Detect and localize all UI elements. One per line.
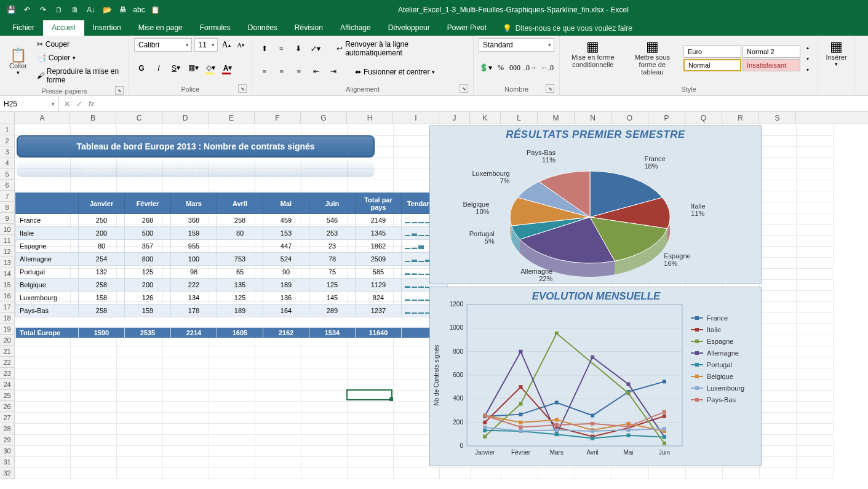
font-name-combo[interactable]: Calibri <box>134 38 192 52</box>
row-header[interactable]: 12 <box>0 246 14 257</box>
tell-me[interactable]: 💡Dites-nous ce que vous voulez faire <box>495 21 640 36</box>
format-as-table-button[interactable]: ▦Mettre sous forme de tableau <box>624 38 681 79</box>
col-header[interactable]: C <box>116 112 162 124</box>
preview-icon[interactable]: 🗎 <box>68 2 82 17</box>
bold-button[interactable]: G <box>134 62 149 75</box>
style-normal[interactable]: Normal <box>683 59 741 71</box>
row-header[interactable]: 25 <box>0 390 14 401</box>
underline-button[interactable]: S▾ <box>169 62 183 75</box>
number-dialog-launcher[interactable]: ⬊ <box>546 84 554 93</box>
cut-button[interactable]: ✂Couper <box>34 38 124 50</box>
row-header[interactable]: 30 <box>0 445 14 456</box>
row-header[interactable]: 31 <box>0 456 14 467</box>
save-icon[interactable]: 💾 <box>4 2 18 17</box>
decrease-decimal-icon[interactable]: ←.0 <box>540 62 554 75</box>
row-header[interactable]: 21 <box>0 346 14 357</box>
col-header[interactable]: G <box>301 112 347 124</box>
col-header[interactable]: S <box>759 112 796 124</box>
row-header[interactable]: 26 <box>0 401 14 412</box>
spell-icon[interactable]: abc <box>132 2 146 17</box>
align-top-icon[interactable]: ⬆ <box>257 42 272 55</box>
tab-formules[interactable]: Formules <box>191 20 239 36</box>
format-painter-button[interactable]: 🖌Reproduire la mise en forme <box>34 65 124 86</box>
col-header[interactable]: B <box>70 112 116 124</box>
row-header[interactable]: 22 <box>0 357 14 368</box>
row-header[interactable]: 3 <box>0 146 14 157</box>
tab-accueil[interactable]: Accueil <box>43 20 84 36</box>
merge-center-button[interactable]: ⬌Fusionner et centrer▾ <box>352 66 438 78</box>
col-header[interactable]: K <box>470 112 501 124</box>
font-color-button[interactable]: A▾ <box>220 62 235 75</box>
col-header[interactable]: A <box>15 112 70 124</box>
font-size-combo[interactable]: 11 <box>194 38 218 52</box>
tab-affichage[interactable]: Affichage <box>332 20 380 36</box>
fill-color-button[interactable]: ◇▾ <box>203 62 218 75</box>
row-header[interactable]: 29 <box>0 434 14 445</box>
increase-indent-icon[interactable]: ⇥ <box>326 65 341 79</box>
align-center-icon[interactable]: ≡ <box>274 65 289 79</box>
print-icon[interactable]: 🖶 <box>116 2 130 17</box>
sort-asc-icon[interactable]: A↓ <box>84 2 98 17</box>
formula-input[interactable] <box>100 100 863 108</box>
row-header[interactable]: 2 <box>0 135 14 146</box>
row-header[interactable]: 5 <box>0 169 14 180</box>
select-all-corner[interactable] <box>0 112 15 124</box>
row-header[interactable]: 19 <box>0 324 14 335</box>
col-header[interactable]: P <box>648 112 685 124</box>
row-header[interactable]: 14 <box>0 268 14 279</box>
row-header[interactable]: 6 <box>0 180 14 191</box>
row-header[interactable]: 1 <box>0 124 14 135</box>
style-normal2[interactable]: Normal 2 <box>743 46 800 58</box>
row-header[interactable]: 17 <box>0 301 14 312</box>
conditional-format-button[interactable]: ▦Mise en forme conditionnelle <box>565 38 621 79</box>
undo-icon[interactable]: ↶ <box>20 2 34 17</box>
col-header[interactable]: H <box>347 112 393 124</box>
col-header[interactable]: F <box>255 112 301 124</box>
line-chart[interactable]: EVOLUTION MENSUELLENb de Contrats signés… <box>429 287 762 466</box>
row-header[interactable]: 28 <box>0 423 14 434</box>
align-right-icon[interactable]: ≡ <box>292 65 306 79</box>
col-header[interactable]: O <box>611 112 648 124</box>
font-dialog-launcher[interactable]: ⬊ <box>238 84 247 93</box>
wrap-text-button[interactable]: ↩Renvoyer à la ligne automatiquement <box>333 38 468 59</box>
name-box[interactable]: H25 <box>0 96 59 111</box>
tab-mise-en-page[interactable]: Mise en page <box>130 20 191 36</box>
row-header[interactable]: 4 <box>0 157 14 169</box>
row-header[interactable]: 13 <box>0 257 14 268</box>
col-header[interactable]: J <box>439 112 470 124</box>
tab-powerpivot[interactable]: Power Pivot <box>439 20 495 36</box>
col-header[interactable]: R <box>722 112 759 124</box>
tab-fichier[interactable]: Fichier <box>4 20 43 36</box>
style-euro[interactable]: Euro <box>683 46 741 58</box>
number-format-combo[interactable]: Standard <box>479 38 554 52</box>
row-header[interactable]: 16 <box>0 290 14 301</box>
cancel-formula-icon[interactable]: ✕ <box>64 100 70 108</box>
row-header[interactable]: 23 <box>0 368 14 379</box>
data-table[interactable]: JanvierFévrierMarsAvrilMaiJuinTotal par … <box>15 193 448 338</box>
row-header[interactable]: 11 <box>0 235 14 246</box>
style-scroll-down[interactable]: ▾ <box>803 54 813 63</box>
pie-chart[interactable]: RÉSULTATS PREMIER SEMESTRE France18%Ital… <box>429 125 762 284</box>
style-scroll-up[interactable]: ▴ <box>803 42 813 52</box>
decrease-indent-icon[interactable]: ⇤ <box>309 65 324 79</box>
thousands-icon[interactable]: 000 <box>509 62 521 75</box>
percent-icon[interactable]: % <box>495 62 506 75</box>
row-header[interactable]: 10 <box>0 224 14 235</box>
paste-button[interactable]: 📋Coller▾ <box>5 47 31 78</box>
col-header[interactable]: E <box>209 112 255 124</box>
worksheet-grid[interactable]: ABCDEFGHIJKLMNOPQRS 12345678910111213141… <box>0 112 868 489</box>
tab-developpeur[interactable]: Développeur <box>380 20 439 36</box>
copy-icon[interactable]: 📋 <box>148 2 162 17</box>
enter-formula-icon[interactable]: ✓ <box>76 100 82 108</box>
col-header[interactable]: Q <box>685 112 722 124</box>
clipboard-dialog-launcher[interactable]: ⬊ <box>115 86 124 95</box>
row-header[interactable]: 7 <box>0 191 14 202</box>
tab-donnees[interactable]: Données <box>239 20 286 36</box>
copy-button[interactable]: 📑Copier▾ <box>34 52 124 64</box>
insert-cells-button[interactable]: ▦Insérer▾ <box>823 38 850 69</box>
tab-insertion[interactable]: Insertion <box>84 20 130 36</box>
row-header[interactable]: 27 <box>0 412 14 423</box>
row-header[interactable]: 18 <box>0 312 14 324</box>
italic-button[interactable]: I <box>151 62 166 75</box>
redo-icon[interactable]: ↷ <box>36 2 50 17</box>
